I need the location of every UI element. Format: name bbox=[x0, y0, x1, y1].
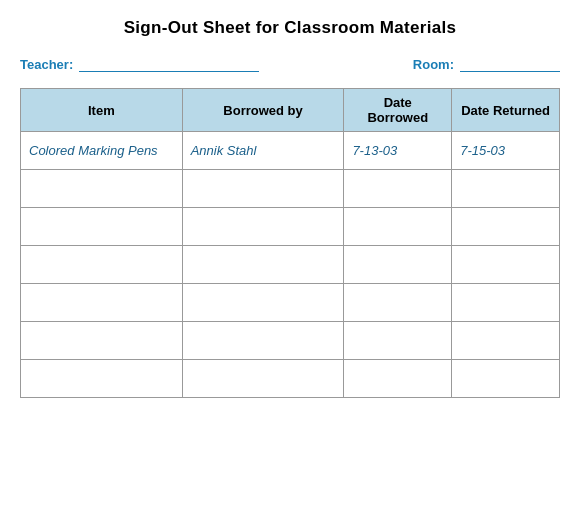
table-body: Colored Marking PensAnnik Stahl7-13-037-… bbox=[21, 132, 560, 398]
room-input-line[interactable] bbox=[460, 54, 560, 72]
cell-date_returned bbox=[452, 322, 560, 360]
cell-borrowed_by bbox=[182, 322, 344, 360]
cell-borrowed_by bbox=[182, 360, 344, 398]
cell-item bbox=[21, 208, 183, 246]
cell-item bbox=[21, 170, 183, 208]
cell-date_borrowed bbox=[344, 208, 452, 246]
cell-item bbox=[21, 322, 183, 360]
cell-item bbox=[21, 246, 183, 284]
header-item: Item bbox=[21, 89, 183, 132]
cell-date_returned bbox=[452, 246, 560, 284]
cell-date_borrowed bbox=[344, 284, 452, 322]
fields-row: Teacher: Room: bbox=[20, 54, 560, 72]
room-label: Room: bbox=[413, 57, 454, 72]
table-row bbox=[21, 170, 560, 208]
cell-date_returned bbox=[452, 284, 560, 322]
cell-date_returned bbox=[452, 170, 560, 208]
teacher-field-group: Teacher: bbox=[20, 54, 259, 72]
cell-date_borrowed bbox=[344, 360, 452, 398]
cell-date_borrowed: 7-13-03 bbox=[344, 132, 452, 170]
table-row bbox=[21, 208, 560, 246]
cell-item bbox=[21, 284, 183, 322]
cell-borrowed_by bbox=[182, 246, 344, 284]
cell-item: Colored Marking Pens bbox=[21, 132, 183, 170]
teacher-input-line[interactable] bbox=[79, 54, 259, 72]
page-title: Sign-Out Sheet for Classroom Materials bbox=[20, 18, 560, 38]
cell-date_returned bbox=[452, 208, 560, 246]
teacher-label: Teacher: bbox=[20, 57, 73, 72]
header-date-returned: Date Returned bbox=[452, 89, 560, 132]
cell-borrowed_by: Annik Stahl bbox=[182, 132, 344, 170]
cell-date_borrowed bbox=[344, 170, 452, 208]
cell-borrowed_by bbox=[182, 208, 344, 246]
table-row bbox=[21, 284, 560, 322]
table-header-row: Item Borrowed by Date Borrowed Date Retu… bbox=[21, 89, 560, 132]
table-row bbox=[21, 360, 560, 398]
cell-borrowed_by bbox=[182, 284, 344, 322]
cell-item bbox=[21, 360, 183, 398]
header-borrowed-by: Borrowed by bbox=[182, 89, 344, 132]
cell-date_borrowed bbox=[344, 322, 452, 360]
page: Sign-Out Sheet for Classroom Materials T… bbox=[20, 18, 560, 398]
header-date-borrowed: Date Borrowed bbox=[344, 89, 452, 132]
cell-date_borrowed bbox=[344, 246, 452, 284]
table-row: Colored Marking PensAnnik Stahl7-13-037-… bbox=[21, 132, 560, 170]
cell-borrowed_by bbox=[182, 170, 344, 208]
cell-date_returned: 7-15-03 bbox=[452, 132, 560, 170]
sign-out-table: Item Borrowed by Date Borrowed Date Retu… bbox=[20, 88, 560, 398]
table-row bbox=[21, 246, 560, 284]
cell-date_returned bbox=[452, 360, 560, 398]
table-row bbox=[21, 322, 560, 360]
room-field-group: Room: bbox=[413, 54, 560, 72]
